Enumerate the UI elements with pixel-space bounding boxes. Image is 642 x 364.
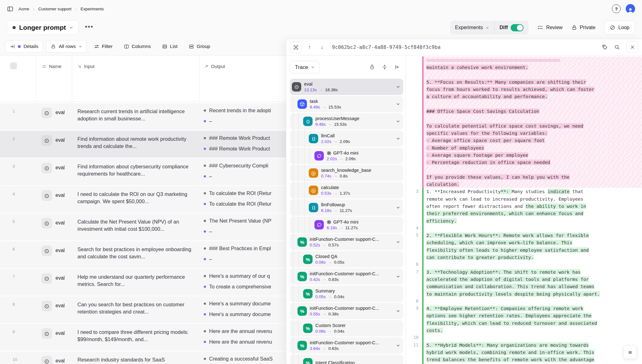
trace-span-calculate[interactable]: ◎calculate0.53s→1.37s bbox=[290, 182, 403, 198]
table-row[interactable]: 8⊙evalCan you search for best practices … bbox=[0, 296, 286, 323]
details-button[interactable]: Details bbox=[5, 40, 43, 53]
loop-button[interactable]: Loop bbox=[604, 21, 635, 34]
breadcrumb-item[interactable]: Acme bbox=[18, 7, 29, 11]
collapse-panel-icon[interactable] bbox=[394, 64, 400, 70]
tree-guide bbox=[290, 130, 296, 147]
table-row[interactable]: 6⊙evalSearch for best practices in emplo… bbox=[0, 241, 286, 268]
output-line: To calculate the ROI (Retur bbox=[204, 200, 286, 207]
topbar-actions: ? bbox=[612, 4, 635, 13]
row-output: Recent trends in the adopti– bbox=[199, 103, 286, 130]
columns-button[interactable]: Columns bbox=[120, 40, 155, 53]
row-name: eval bbox=[55, 356, 65, 364]
previous-row-button[interactable]: ↑ bbox=[304, 42, 314, 53]
view-selector[interactable]: Experiments bbox=[450, 21, 494, 34]
column-header-input[interactable]: Input bbox=[77, 64, 94, 69]
scorer-span-icon: % bbox=[297, 341, 307, 350]
next-row-button[interactable]: ↓ bbox=[317, 42, 327, 53]
trace-span-task[interactable]: task9.49s→15.53s bbox=[290, 96, 403, 112]
review-button[interactable]: Review bbox=[537, 25, 562, 31]
span-name: search_knowledge_base bbox=[321, 167, 371, 173]
trace-span-gpt-4o-mini[interactable]: GPT-4o mini6.18s→11.27s bbox=[290, 217, 403, 233]
trace-span-summary[interactable]: %Summary0.05s→0.04s bbox=[290, 286, 403, 302]
diff-line-number: 7 bbox=[406, 268, 422, 276]
more-options-button[interactable]: ••• bbox=[85, 23, 93, 32]
table-row[interactable]: 3⊙evalFind information about cybersecuri… bbox=[0, 158, 286, 185]
table-row[interactable]: 9⊙evalI need to compare three different … bbox=[0, 324, 286, 351]
diff-row: hybrid work models, combining remote and… bbox=[406, 349, 642, 356]
breadcrumb-item[interactable]: Experiments bbox=[81, 7, 104, 11]
span-timing: 9.48s→15.53s bbox=[315, 122, 359, 127]
span-name: initFunction-Customer support-C... bbox=[310, 340, 379, 346]
table-row[interactable]: 7⊙evalHelp me understand our quarterly p… bbox=[0, 269, 286, 296]
select-all-checkbox[interactable] bbox=[10, 62, 17, 69]
diff-toggle-group: Diff bbox=[494, 21, 529, 34]
added-text: communication and collaboration. This tr… bbox=[426, 284, 594, 289]
loop-icon bbox=[610, 25, 615, 30]
span-info: eval13.13s→16.36s bbox=[304, 81, 338, 92]
private-button[interactable]: Private bbox=[571, 25, 596, 30]
trace-span-initfunction-customer-support-c[interactable]: %initFunction-Customer support-C...3.64s… bbox=[290, 337, 403, 354]
log-details-button[interactable]: ≡ bbox=[623, 345, 637, 359]
trace-span-custom-scorer[interactable]: %Custom Scorer0.06s→0.04s bbox=[290, 320, 403, 336]
output-text: Here's a summary docume bbox=[209, 301, 271, 307]
trace-span-llmfollowup[interactable]: ( )llmFollowup6.18s→11.27s bbox=[290, 199, 403, 216]
trace-span-initfunction-customer-support-c[interactable]: %initFunction-Customer support-C...0.42s… bbox=[290, 268, 403, 285]
trace-span-processusermessage[interactable]: ( )processUserMessage9.48s→15.53s bbox=[290, 113, 403, 129]
diff-row: focus from hours worked to results achie… bbox=[406, 86, 642, 93]
group-button[interactable]: Group bbox=[185, 40, 214, 53]
diff-added-line: communication and collaboration. This tr… bbox=[422, 283, 642, 290]
collapse-all-icon[interactable] bbox=[382, 64, 387, 70]
span-info: llmCall2.02s→2.09s bbox=[321, 133, 350, 144]
trace-span-closed-qa[interactable]: %Closed QA0.06s→0.05s bbox=[290, 251, 403, 267]
table-row[interactable]: 10⊙evalResearch industry standards for S… bbox=[0, 351, 286, 364]
experiment-selector[interactable]: Longer prompt bbox=[7, 20, 79, 35]
added-text: their preferred environments, which can … bbox=[426, 211, 583, 216]
trace-span-gpt-4o-mini[interactable]: GPT-4o mini2.02s→2.09s bbox=[290, 148, 403, 164]
table-row[interactable]: 2⊙evalFind information about remote work… bbox=[0, 131, 286, 158]
table-row[interactable]: 4⊙evalI need to calculate the ROI on our… bbox=[0, 186, 286, 213]
avatar[interactable] bbox=[626, 4, 635, 13]
help-icon[interactable]: ? bbox=[612, 4, 621, 13]
diff-line-number bbox=[406, 78, 422, 86]
list-button[interactable]: List bbox=[158, 40, 182, 53]
trace-span-intent-classification[interactable]: %Intent Classification bbox=[290, 355, 403, 364]
filter-button[interactable]: Filter bbox=[90, 40, 117, 53]
trace-span-search-knowledge-base[interactable]: ◎search_knowledge_base0.74s→0.8s bbox=[290, 165, 403, 181]
diff-row: calculation. bbox=[406, 181, 642, 188]
tag-icon[interactable] bbox=[602, 44, 608, 50]
expand-trace-button[interactable] bbox=[290, 41, 302, 53]
span-compare-duration: 0.05s bbox=[334, 260, 345, 265]
diff-row: 115. **Hybrid Models**: Many organizatio… bbox=[406, 341, 642, 349]
close-panel-button[interactable] bbox=[626, 41, 638, 53]
search-icon[interactable] bbox=[614, 44, 620, 50]
column-header-name[interactable]: Name bbox=[42, 64, 61, 69]
eval-span-icon: ⊙ bbox=[292, 82, 301, 92]
trace-span-initfunction-customer-support-c[interactable]: %initFunction-Customer support-C...0.52s… bbox=[290, 234, 403, 250]
row-name: eval bbox=[55, 108, 65, 115]
diff-added-line: options see higher retention rates. Empl… bbox=[422, 312, 642, 319]
output-line: Recent trends in the adopti bbox=[204, 107, 286, 114]
trace-span-llmcall[interactable]: ( )llmCall2.02s→2.09s bbox=[290, 130, 403, 147]
removed-text: - Average square footage per employee bbox=[426, 152, 528, 158]
diff-added-line: remote work can lead to increased produc… bbox=[422, 195, 642, 203]
diff-line-number: 5 bbox=[406, 232, 422, 239]
table-row[interactable]: 5⊙evalCalculate the Net Present Value (N… bbox=[0, 214, 286, 240]
all-rows-filter[interactable]: All rows bbox=[46, 40, 87, 53]
breadcrumb-item[interactable]: Customer support bbox=[38, 7, 71, 11]
row-number: 3 bbox=[0, 158, 36, 185]
diff-toggle[interactable] bbox=[511, 24, 524, 31]
trace-span-eval[interactable]: ⊙eval13.13s→16.36s bbox=[290, 79, 403, 95]
lock-icon bbox=[571, 25, 577, 30]
added-text: **: bbox=[501, 189, 512, 194]
trace-span-initfunction-customer-support-c[interactable]: %initFunction-Customer support-C...0.55s… bbox=[290, 303, 403, 319]
function-span-icon: ( ) bbox=[309, 203, 318, 212]
diff-added-line: 2. **Flexible Work Hours**: Remote work … bbox=[422, 232, 642, 239]
timing-icon[interactable] bbox=[369, 64, 375, 70]
diff-row: options see higher retention rates. Empl… bbox=[406, 312, 642, 319]
tree-guide bbox=[301, 217, 307, 233]
sidebar-toggle-icon[interactable] bbox=[7, 6, 13, 12]
tree-guide bbox=[290, 148, 296, 164]
table-row[interactable]: 1⊙evalResearch current trends in artific… bbox=[0, 103, 286, 130]
trace-view-selector[interactable]: Trace bbox=[290, 61, 319, 73]
column-header-output[interactable]: Output bbox=[204, 64, 225, 69]
